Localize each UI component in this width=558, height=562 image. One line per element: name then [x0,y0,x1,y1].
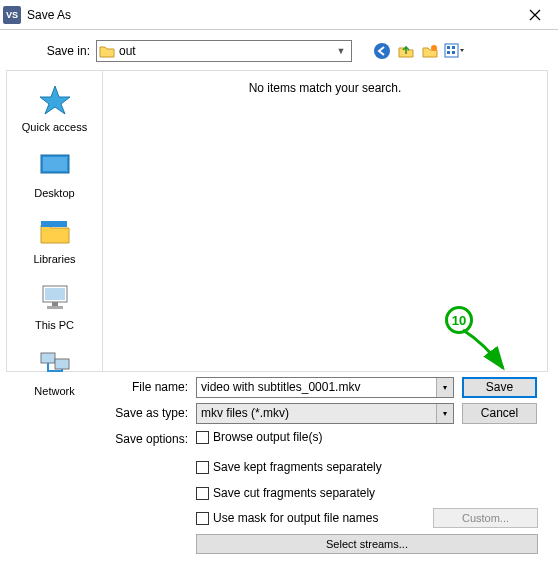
file-name-input[interactable]: video with subtitles_0001.mkv ▾ [196,377,454,398]
chevron-down-icon[interactable]: ▾ [436,378,453,397]
window-title: Save As [27,8,515,22]
checkbox-save-kept-label: Save kept fragments separately [213,460,382,474]
save-options-label: Save options: [0,428,196,446]
savein-label: Save in: [0,44,96,58]
savein-value: out [119,44,333,58]
checkbox-save-cut[interactable] [196,487,209,500]
svg-point-0 [374,43,390,59]
back-icon [373,42,391,60]
svg-rect-8 [43,157,67,171]
this-pc-icon [35,281,75,313]
close-button[interactable] [515,1,555,29]
place-desktop[interactable]: Desktop [7,143,102,209]
savein-row: Save in: out ▼ [0,36,558,66]
svg-rect-9 [41,221,67,227]
checkbox-use-mask[interactable] [196,512,209,525]
save-type-label: Save as type: [0,406,196,420]
place-this-pc[interactable]: This PC [7,275,102,341]
view-menu-icon [444,42,464,60]
svg-rect-2 [445,44,458,57]
svg-rect-4 [452,46,455,49]
up-button[interactable] [396,41,416,61]
svg-rect-15 [55,359,69,369]
folder-new-icon [421,42,439,60]
save-type-value: mkv files (*.mkv) [197,406,436,420]
svg-rect-12 [52,302,58,306]
libraries-icon [35,215,75,247]
checkbox-use-mask-label: Use mask for output file names [213,511,378,525]
save-button[interactable]: Save [462,377,537,398]
checkbox-browse[interactable] [196,431,209,444]
place-label: Quick access [7,121,102,133]
file-name-label: File name: [0,380,196,394]
titlebar: VS Save As [0,0,558,30]
place-label: This PC [7,319,102,331]
savein-select[interactable]: out ▼ [96,40,352,62]
file-name-value: video with subtitles_0001.mkv [197,380,436,394]
place-label: Libraries [7,253,102,265]
custom-button[interactable]: Custom... [433,508,538,528]
svg-rect-6 [452,51,455,54]
file-list[interactable]: No items match your search. [102,70,548,372]
svg-rect-3 [447,46,450,49]
nav-icons [372,41,464,61]
view-menu-button[interactable] [444,41,464,61]
place-libraries[interactable]: Libraries [7,209,102,275]
empty-message: No items match your search. [103,81,547,95]
chevron-down-icon: ▼ [333,46,349,56]
folder-up-icon [397,42,415,60]
desktop-icon [35,149,75,181]
place-label: Desktop [7,187,102,199]
svg-rect-5 [447,51,450,54]
place-quick-access[interactable]: Quick access [7,77,102,143]
body-area: Quick access Desktop Libraries This PC N… [0,70,558,372]
svg-rect-14 [41,353,55,363]
chevron-down-icon[interactable]: ▾ [436,404,453,423]
checkbox-save-kept[interactable] [196,461,209,474]
select-streams-button[interactable]: Select streams... [196,534,538,554]
checkbox-save-cut-label: Save cut fragments separately [213,486,375,500]
new-folder-button[interactable] [420,41,440,61]
back-button[interactable] [372,41,392,61]
close-icon [529,9,541,21]
app-icon: VS [3,6,21,24]
cancel-button[interactable]: Cancel [462,403,537,424]
folder-icon [99,44,115,58]
form-area: File name: video with subtitles_0001.mkv… [0,372,558,562]
svg-point-1 [431,45,437,51]
checkbox-browse-label: Browse output file(s) [213,430,322,444]
svg-rect-11 [45,288,65,300]
save-type-select[interactable]: mkv files (*.mkv) ▾ [196,403,454,424]
svg-rect-13 [47,306,63,309]
places-bar: Quick access Desktop Libraries This PC N… [6,70,102,372]
quick-access-icon [35,83,75,115]
